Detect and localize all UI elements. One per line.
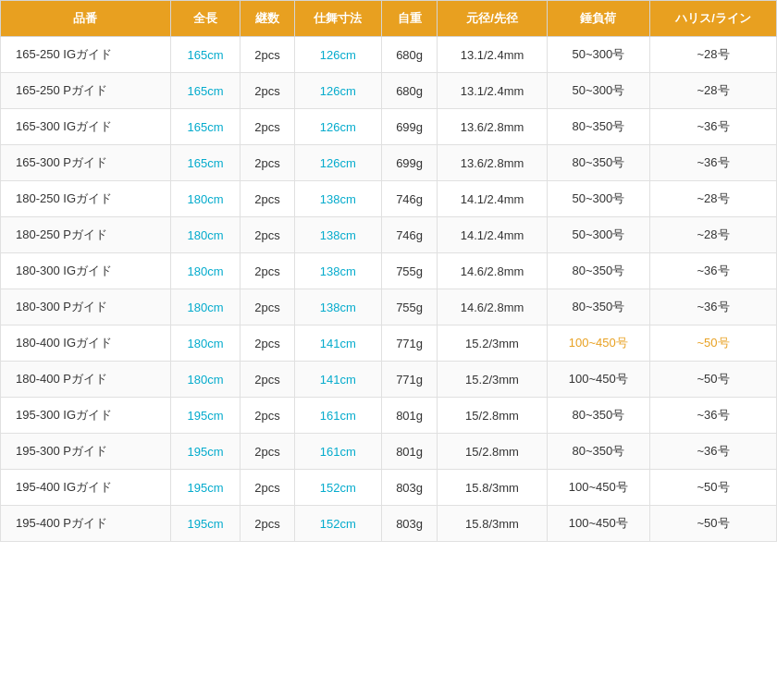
table-cell: 50~300号 xyxy=(547,181,649,217)
table-cell: 13.1/2.4mm xyxy=(438,73,547,109)
table-cell: 2pcs xyxy=(240,434,295,470)
table-row: 180-400 Pガイド180cm2pcs141cm771g15.2/3mm10… xyxy=(1,362,777,398)
table-cell: 180cm xyxy=(170,253,240,289)
table-cell: 80~350号 xyxy=(547,253,649,289)
table-cell: 746g xyxy=(381,181,438,217)
table-cell: 138cm xyxy=(294,217,381,253)
table-cell: ~28号 xyxy=(650,181,777,217)
table-cell: 100~450号 xyxy=(547,470,649,506)
table-cell: 165-300 Pガイド xyxy=(1,145,171,181)
table-cell: 50~300号 xyxy=(547,37,649,73)
table-header-row: 品番全長継数仕舞寸法自重元径/先径錘負荷ハリス/ライン xyxy=(1,1,777,37)
table-cell: 165cm xyxy=(170,145,240,181)
table-cell: 180cm xyxy=(170,289,240,325)
table-cell: 14.1/2.4mm xyxy=(438,181,547,217)
table-cell: 80~350号 xyxy=(547,434,649,470)
table-cell: ~50号 xyxy=(650,470,777,506)
table-cell: 2pcs xyxy=(240,325,295,362)
table-cell: 80~350号 xyxy=(547,289,649,325)
table-cell: 15.8/3mm xyxy=(438,470,547,506)
table-cell: 680g xyxy=(381,37,438,73)
table-cell: ~36号 xyxy=(650,253,777,289)
table-row: 165-250 Pガイド165cm2pcs126cm680g13.1/2.4mm… xyxy=(1,73,777,109)
table-cell: 2pcs xyxy=(240,217,295,253)
table-cell: 80~350号 xyxy=(547,398,649,434)
table-cell: 126cm xyxy=(294,145,381,181)
table-cell: ~50号 xyxy=(650,506,777,542)
table-row: 165-250 IGガイド165cm2pcs126cm680g13.1/2.4m… xyxy=(1,37,777,73)
table-row: 180-300 Pガイド180cm2pcs138cm755g14.6/2.8mm… xyxy=(1,289,777,325)
table-body: 165-250 IGガイド165cm2pcs126cm680g13.1/2.4m… xyxy=(1,37,777,542)
table-cell: 138cm xyxy=(294,181,381,217)
table-cell: 180-300 Pガイド xyxy=(1,289,171,325)
table-cell: ~36号 xyxy=(650,109,777,145)
table-cell: 141cm xyxy=(294,325,381,362)
table-row: 165-300 Pガイド165cm2pcs126cm699g13.6/2.8mm… xyxy=(1,145,777,181)
table-cell: 195-300 IGガイド xyxy=(1,398,171,434)
table-cell: 126cm xyxy=(294,109,381,145)
table-cell: 2pcs xyxy=(240,253,295,289)
table-cell: ~28号 xyxy=(650,217,777,253)
table-cell: 138cm xyxy=(294,253,381,289)
table-cell: ~36号 xyxy=(650,434,777,470)
table-cell: 803g xyxy=(381,506,438,542)
table-cell: 152cm xyxy=(294,506,381,542)
table-cell: 195cm xyxy=(170,434,240,470)
table-cell: 161cm xyxy=(294,398,381,434)
table-cell: ~36号 xyxy=(650,289,777,325)
table-header-cell: 品番 xyxy=(1,1,171,37)
table-cell: 803g xyxy=(381,470,438,506)
table-cell: 801g xyxy=(381,398,438,434)
table-cell: ~36号 xyxy=(650,398,777,434)
table-cell: 14.6/2.8mm xyxy=(438,253,547,289)
table-header-cell: ハリス/ライン xyxy=(650,1,777,37)
table-header-cell: 全長 xyxy=(170,1,240,37)
table-cell: 180-250 IGガイド xyxy=(1,181,171,217)
table-cell: 180-400 IGガイド xyxy=(1,325,171,362)
table-cell: ~28号 xyxy=(650,37,777,73)
table-cell: 15/2.8mm xyxy=(438,398,547,434)
table-cell: 14.1/2.4mm xyxy=(438,217,547,253)
table-cell: 138cm xyxy=(294,289,381,325)
table-cell: 180cm xyxy=(170,181,240,217)
table-row: 195-300 Pガイド195cm2pcs161cm801g15/2.8mm80… xyxy=(1,434,777,470)
table-cell: 50~300号 xyxy=(547,73,649,109)
table-cell: 15.8/3mm xyxy=(438,506,547,542)
table-row: 180-400 IGガイド180cm2pcs141cm771g15.2/3mm1… xyxy=(1,325,777,362)
table-cell: 80~350号 xyxy=(547,145,649,181)
table-cell: 15.2/3mm xyxy=(438,362,547,398)
table-cell: 195-300 Pガイド xyxy=(1,434,171,470)
table-row: 180-300 IGガイド180cm2pcs138cm755g14.6/2.8m… xyxy=(1,253,777,289)
table-cell: 771g xyxy=(381,325,438,362)
table-cell: 13.6/2.8mm xyxy=(438,145,547,181)
table-row: 180-250 IGガイド180cm2pcs138cm746g14.1/2.4m… xyxy=(1,181,777,217)
table-row: 195-400 IGガイド195cm2pcs152cm803g15.8/3mm1… xyxy=(1,470,777,506)
table-cell: 195cm xyxy=(170,506,240,542)
table-cell: 699g xyxy=(381,145,438,181)
table-cell: 165cm xyxy=(170,109,240,145)
table-cell: 14.6/2.8mm xyxy=(438,289,547,325)
table-cell: 165cm xyxy=(170,73,240,109)
table-header-cell: 元径/先径 xyxy=(438,1,547,37)
table-cell: 2pcs xyxy=(240,145,295,181)
table-cell: 2pcs xyxy=(240,109,295,145)
table-cell: 80~350号 xyxy=(547,109,649,145)
table-cell: 2pcs xyxy=(240,470,295,506)
table-cell: 771g xyxy=(381,362,438,398)
table-header-cell: 錘負荷 xyxy=(547,1,649,37)
table-cell: 2pcs xyxy=(240,37,295,73)
table-cell: 699g xyxy=(381,109,438,145)
table-header-cell: 自重 xyxy=(381,1,438,37)
table-cell: 195cm xyxy=(170,398,240,434)
product-table: 品番全長継数仕舞寸法自重元径/先径錘負荷ハリス/ライン 165-250 IGガイ… xyxy=(0,0,777,542)
table-cell: 180cm xyxy=(170,325,240,362)
table-cell: ~50号 xyxy=(650,325,777,362)
table-cell: 165-300 IGガイド xyxy=(1,109,171,145)
table-cell: 161cm xyxy=(294,434,381,470)
table-cell: 195-400 Pガイド xyxy=(1,506,171,542)
table-cell: 100~450号 xyxy=(547,325,649,362)
table-cell: 50~300号 xyxy=(547,217,649,253)
table-cell: 165-250 Pガイド xyxy=(1,73,171,109)
table-cell: 746g xyxy=(381,217,438,253)
table-cell: 2pcs xyxy=(240,289,295,325)
